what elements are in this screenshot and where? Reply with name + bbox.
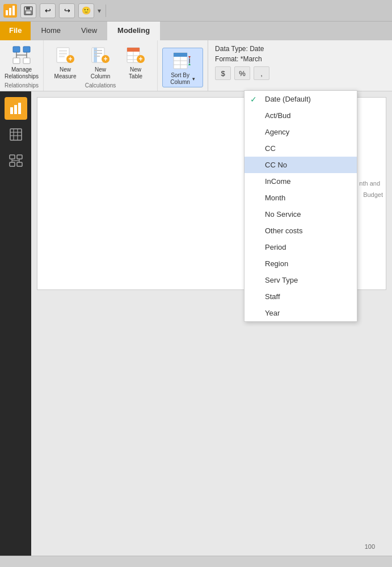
new-table-btn[interactable]: + NewTable xyxy=(119,43,153,81)
app-icon xyxy=(3,4,17,18)
hint-text: nth and xyxy=(359,180,380,187)
comma-btn[interactable]: , xyxy=(254,66,269,80)
dropdown-item-label: No Service xyxy=(265,210,301,219)
ribbon-group-relationships: ManageRelationships Relationships xyxy=(0,40,44,91)
dropdown-item-cc[interactable]: CC xyxy=(245,140,357,157)
status-bar xyxy=(0,556,392,567)
ribbon: ManageRelationships Relationships + N xyxy=(0,40,392,91)
new-column-label: NewColumn xyxy=(91,66,110,80)
sidebar-bar-chart-icon[interactable] xyxy=(5,97,27,120)
svg-rect-16 xyxy=(59,53,67,54)
svg-rect-15 xyxy=(59,50,67,52)
svg-text:+: + xyxy=(69,55,73,63)
dollar-btn[interactable]: $ xyxy=(215,66,231,80)
svg-rect-22 xyxy=(94,50,102,51)
redo-btn[interactable]: ↪ xyxy=(59,3,75,18)
tab-home[interactable]: Home xyxy=(31,22,71,40)
dropdown-item-income[interactable]: InCome xyxy=(245,173,357,190)
svg-rect-53 xyxy=(17,162,22,166)
dropdown-item-label: Region xyxy=(265,259,288,268)
svg-rect-6 xyxy=(26,11,31,14)
new-measure-icon: + xyxy=(55,45,75,65)
sidebar-table-icon[interactable] xyxy=(5,123,27,146)
tab-file[interactable]: File xyxy=(0,22,31,40)
svg-text:+: + xyxy=(139,55,143,63)
svg-rect-1 xyxy=(6,10,8,15)
dropdown-item-label: InCome xyxy=(265,177,291,186)
dropdown-item-label: CC xyxy=(265,144,276,153)
manage-relationships-icon xyxy=(11,45,32,65)
new-measure-btn[interactable]: + NewMeasure xyxy=(48,43,82,81)
svg-rect-9 xyxy=(13,58,20,64)
ribbon-group-sort: Sort By Column ▾ xyxy=(158,40,208,91)
new-table-icon: + xyxy=(125,45,146,65)
emoji-btn[interactable]: 🙂 xyxy=(78,3,94,18)
dropdown-item-no-service[interactable]: No Service xyxy=(245,206,357,222)
dropdown-item-label: Act/Bud xyxy=(265,111,291,120)
dropdown-item-period[interactable]: Period xyxy=(245,239,357,255)
format-label: Format: *March xyxy=(215,55,385,63)
relationships-group-label: Relationships xyxy=(5,81,39,91)
manage-relationships-label: ManageRelationships xyxy=(5,66,39,80)
dropdown-item-label: Period xyxy=(265,243,286,251)
dropdown-item-label: Date (Default) xyxy=(265,95,311,103)
sort-by-column-btn[interactable]: Sort By Column ▾ xyxy=(162,48,203,87)
new-column-btn[interactable]: + NewColumn xyxy=(83,43,117,81)
dropdown-item-cc-no[interactable]: CC No xyxy=(245,157,357,173)
new-measure-label: NewMeasure xyxy=(54,66,77,80)
dropdown-item-region[interactable]: Region xyxy=(245,255,357,272)
divider xyxy=(106,5,106,17)
ribbon-datatype-section: Data Type: Date Format: *March $ % , xyxy=(208,40,392,91)
svg-rect-8 xyxy=(23,47,30,52)
dropdown-item-label: Agency xyxy=(265,128,289,136)
budget-text: Budget xyxy=(363,191,383,198)
tab-modeling[interactable]: Modeling xyxy=(107,22,160,40)
svg-rect-50 xyxy=(10,155,15,159)
dropdown-item-label: Staff xyxy=(265,292,280,301)
sort-dropdown-arrow: ▾ xyxy=(192,76,195,82)
svg-rect-17 xyxy=(59,56,65,57)
dropdown-item-staff[interactable]: Staff xyxy=(245,288,357,305)
svg-rect-10 xyxy=(23,58,30,64)
svg-rect-51 xyxy=(17,155,22,159)
datatype-label: Data Type: Date xyxy=(215,45,385,53)
dropdown-item-act/bud[interactable]: Act/Bud xyxy=(245,107,357,124)
undo-btn[interactable]: ↩ xyxy=(40,3,56,18)
ribbon-group-calculations: + NewMeasure + NewCo xyxy=(44,40,158,91)
dropdown-arrow-titlebar[interactable]: ▾ xyxy=(98,7,101,15)
dropdown-item-agency[interactable]: Agency xyxy=(245,124,357,140)
save-btn[interactable] xyxy=(20,3,36,18)
dropdown-item-date-(default)[interactable]: ✓Date (Default) xyxy=(245,91,357,107)
svg-rect-24 xyxy=(94,56,100,57)
manage-relationships-btn[interactable]: ManageRelationships xyxy=(5,43,39,81)
dropdown-item-label: Year xyxy=(265,309,280,317)
svg-rect-52 xyxy=(10,162,15,166)
new-table-label: NewTable xyxy=(129,66,142,80)
svg-rect-42 xyxy=(10,107,13,114)
sidebar-relationship-icon[interactable] xyxy=(5,149,27,172)
percent-btn[interactable]: % xyxy=(234,66,250,80)
svg-rect-23 xyxy=(94,53,102,54)
dropdown-item-month[interactable]: Month xyxy=(245,190,357,206)
calculations-group-label: Calculations xyxy=(85,81,116,91)
sort-by-column-label: Sort By Column ▾ xyxy=(170,72,195,86)
svg-rect-45 xyxy=(10,129,22,140)
dropdown-item-label: Other costs xyxy=(265,226,302,235)
svg-marker-39 xyxy=(188,56,191,58)
dropdown-item-label: Month xyxy=(265,194,285,202)
ribbon-tabs: File Home View Modeling xyxy=(0,22,392,40)
dropdown-item-label: Serv Type xyxy=(265,276,298,284)
svg-text:+: + xyxy=(104,55,108,63)
svg-rect-2 xyxy=(9,8,11,15)
svg-rect-5 xyxy=(26,7,30,10)
dropdown-item-serv-type[interactable]: Serv Type xyxy=(245,272,357,288)
dropdown-item-label: CC No xyxy=(265,161,287,169)
new-column-icon: + xyxy=(90,45,111,65)
sort-by-column-dropdown[interactable]: ✓Date (Default)Act/BudAgencyCCCC NoInCom… xyxy=(244,90,357,322)
tab-view[interactable]: View xyxy=(71,22,107,40)
svg-rect-44 xyxy=(18,103,21,114)
dropdown-item-year[interactable]: Year xyxy=(245,305,357,321)
svg-marker-40 xyxy=(188,63,191,65)
dropdown-item-other-costs[interactable]: Other costs xyxy=(245,222,357,239)
page-number: 100 xyxy=(365,543,375,550)
